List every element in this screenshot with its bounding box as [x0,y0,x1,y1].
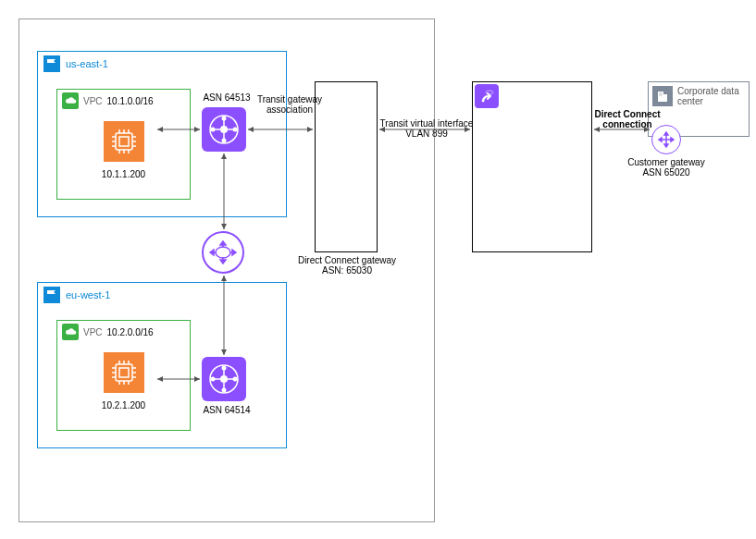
tgw-asn-2: ASN 64514 [194,405,259,415]
transit-gateway-icon-1 [202,107,246,152]
aws-network-diagram: us-east-1 VPC 10.1.0.0/16 10.1.1.200 ASN… [0,0,756,539]
svg-rect-57 [660,95,661,96]
svg-point-17 [222,139,227,143]
svg-point-15 [220,126,228,133]
region-flag-icon [43,287,60,303]
svg-rect-1 [119,137,129,146]
tgw-association-label: Transit gateway association [248,94,331,115]
svg-point-39 [220,375,228,383]
region-us-east-1: us-east-1 VPC 10.1.0.0/16 10.1.1.200 [37,51,287,217]
vpc-header: VPC 10.1.0.0/16 [57,90,190,112]
svg-point-52 [486,91,493,94]
vpc-cloud-icon [62,324,79,340]
svg-point-19 [233,128,238,132]
vpc-header: VPC 10.2.0.0/16 [57,321,190,343]
customer-gateway-label: Customer gateway ASN 65020 [620,157,713,178]
svg-point-43 [233,377,238,382]
vpc-cidr: 10.2.0.0/16 [107,327,154,337]
region-name: us-east-1 [66,58,108,69]
region-header: eu-west-1 [38,283,286,307]
vpc-cloud-icon [62,92,79,109]
svg-rect-54 [663,94,667,102]
svg-point-42 [211,377,216,382]
region-flag-icon [43,55,60,72]
svg-point-41 [222,388,227,393]
vpc-label: VPC [83,327,103,337]
vpc-box-1: VPC 10.1.0.0/16 10.1.1.200 [56,89,191,200]
vpc-box-2: VPC 10.2.0.0/16 10.2.1.200 [56,320,191,431]
ec2-instance-icon [104,121,144,162]
svg-rect-58 [662,95,663,96]
region-header: us-east-1 [38,52,286,76]
dc-label: Corporate data center [677,86,739,106]
ec2-wrapper: 10.1.1.200 [57,121,190,179]
svg-rect-53 [658,92,663,102]
svg-point-18 [211,128,216,132]
ec2-ip: 10.1.1.200 [57,169,190,179]
dx-gateway-label: Direct Connect gateway ASN: 65030 [287,255,407,276]
transit-gateway-icon-2 [202,357,246,401]
direct-connect-icon [475,84,499,108]
svg-rect-24 [116,364,132,381]
ec2-ip: 10.2.1.200 [57,400,190,410]
vpc-label: VPC [83,96,103,106]
ec2-wrapper: 10.2.1.200 [57,352,190,410]
dc-header: Corporate data center [649,82,749,110]
region-eu-west-1: eu-west-1 VPC 10.2.0.0/16 10.2.1.200 [37,282,287,448]
svg-rect-25 [119,368,129,377]
transit-gateway-peering-icon [202,231,244,274]
svg-point-16 [222,116,227,121]
transit-vif-label: Transit virtual interface VLAN 899 [376,118,477,139]
svg-point-40 [222,366,227,371]
svg-rect-55 [660,93,661,94]
ec2-instance-icon [104,352,144,393]
region-name: eu-west-1 [66,289,110,300]
vpc-cidr: 10.1.0.0/16 [107,96,154,106]
building-icon [652,86,673,106]
svg-rect-0 [116,133,132,150]
dx-connection-label: Direct Connect connection [590,109,664,129]
svg-rect-56 [662,93,663,94]
